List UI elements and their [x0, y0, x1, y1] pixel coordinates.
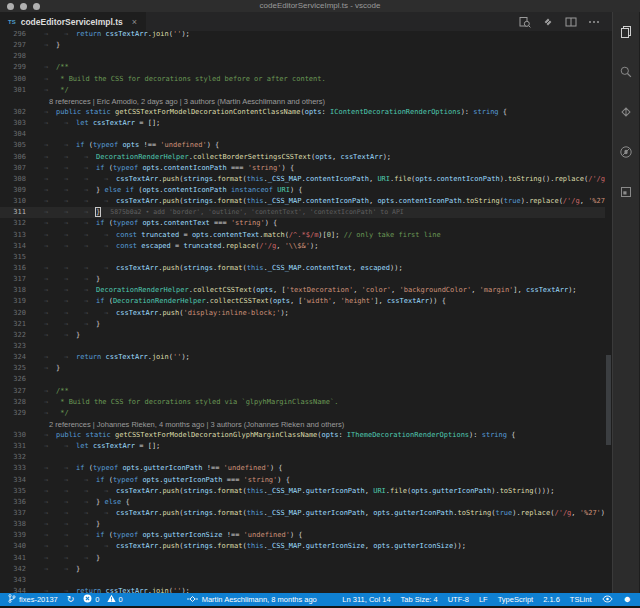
code-line[interactable]: 333→→if (typeof opts.gutterIconPath !== …: [0, 463, 605, 474]
code-line[interactable]: 302→public static getCSSTextForModelDeco…: [0, 107, 605, 118]
gitlens-blame-status[interactable]: Martin Aeschlimann, 8 months ago: [187, 595, 317, 605]
code-line[interactable]: 340→→→→cssTextArr.push(strings.format(th…: [0, 541, 605, 552]
code-line[interactable]: 310→→→→cssTextArr.push(strings.format(th…: [0, 196, 605, 207]
editor-scrollbar[interactable]: [605, 31, 612, 593]
code-line[interactable]: 321→→→}: [0, 319, 605, 330]
sidebar-item-search[interactable]: [613, 54, 639, 94]
code-line[interactable]: 314→→→→const escaped = truncated.replace…: [0, 241, 605, 252]
code-text: →→→→cssTextArr.push(strings.format(this.…: [28, 508, 605, 519]
close-window-button[interactable]: [7, 3, 14, 10]
code-line[interactable]: 335→→→→cssTextArr.push(strings.format(th…: [0, 486, 605, 497]
code-line[interactable]: 324→→return cssTextArr.join('');: [0, 352, 605, 363]
code-line[interactable]: 319→→→if (DecorationRenderHelper.collect…: [0, 296, 605, 307]
gitlens-compare-icon[interactable]: [542, 16, 554, 28]
sidebar-item-source-control[interactable]: [613, 94, 639, 134]
open-preview-icon[interactable]: [519, 16, 531, 28]
typescript-version-status[interactable]: 2.1.6: [543, 595, 560, 604]
tab-whitespace-icon: →: [76, 519, 96, 530]
code-line[interactable]: 339→→→if (typeof opts.gutterIconSize !==…: [0, 530, 605, 541]
problems-status[interactable]: 0 0: [83, 594, 122, 605]
code-line[interactable]: 332: [0, 452, 605, 463]
search-icon: [619, 65, 633, 83]
code-line[interactable]: 299→/**: [0, 62, 605, 73]
code-line[interactable]: 337→→→→cssTextArr.push(strings.format(th…: [0, 508, 605, 519]
code-line[interactable]: 320→→→→cssTextArr.push('display:inline-b…: [0, 308, 605, 319]
code-text: →→→→cssTextArr.push(strings.format(this.…: [28, 174, 605, 185]
source-control-icon: [619, 105, 633, 123]
tab-whitespace-icon: →: [36, 152, 56, 163]
code-line[interactable]: 297→}: [0, 40, 605, 51]
close-tab-icon[interactable]: ×: [132, 17, 137, 27]
sidebar-item-extensions[interactable]: [613, 174, 639, 214]
tab-codeEditorServiceImpl[interactable]: TS codeEditorServiceImpl.ts ×: [0, 12, 146, 31]
code-line[interactable]: 330→public static getCSSTextForModelDeco…: [0, 430, 605, 441]
code-line[interactable]: 334→→→if (typeof opts.gutterIconPath ===…: [0, 475, 605, 486]
code-text: [28, 575, 605, 586]
code-line[interactable]: 327→/**: [0, 386, 605, 397]
code-line[interactable]: 298: [0, 51, 605, 62]
code-line[interactable]: 325→}: [0, 363, 605, 374]
code-line[interactable]: 344→→return cssTextArr.join('');: [0, 586, 605, 593]
scrollbar-slider[interactable]: [606, 355, 611, 445]
code-line[interactable]: 309→→→} else if (opts.contentIconPath in…: [0, 185, 605, 196]
split-editor-icon[interactable]: [565, 16, 577, 28]
tab-whitespace-icon: →: [76, 508, 96, 519]
debug-icon: [619, 145, 633, 163]
code-line[interactable]: 338→→→}: [0, 519, 605, 530]
code-line[interactable]: 329→ */: [0, 408, 605, 419]
sync-button[interactable]: ↻: [67, 595, 75, 604]
more-actions-icon[interactable]: [588, 16, 600, 28]
code-line[interactable]: 304: [0, 129, 605, 140]
code-line[interactable]: 303→→let cssTextArr = [];: [0, 118, 605, 129]
code-line[interactable]: 307→→→if (typeof opts.contentIconPath ==…: [0, 163, 605, 174]
line-number: 340: [0, 541, 28, 552]
code-line[interactable]: 317→→→}: [0, 274, 605, 285]
git-branch-status[interactable]: fixes-20137: [8, 593, 58, 606]
code-line[interactable]: 342→→}: [0, 564, 605, 575]
tslint-status[interactable]: TSLint: [570, 595, 592, 604]
eol-status[interactable]: LF: [479, 595, 488, 604]
code-line[interactable]: 322→→}: [0, 330, 605, 341]
code-line[interactable]: 331→→let cssTextArr = [];: [0, 441, 605, 452]
tab-whitespace-icon: →: [36, 553, 56, 564]
code-line[interactable]: 315: [0, 252, 605, 263]
zoom-window-button[interactable]: [33, 3, 40, 10]
tab-size-status[interactable]: Tab Size: 4: [401, 595, 438, 604]
code-line[interactable]: 343: [0, 575, 605, 586]
tab-whitespace-icon: →: [36, 541, 56, 552]
eye-icon[interactable]: [602, 595, 613, 605]
code-line[interactable]: 316→→→→cssTextArr.push(strings.format(th…: [0, 263, 605, 274]
line-number: 329: [0, 408, 28, 419]
code-line[interactable]: 328→ * Build the CSS for decorations sty…: [0, 397, 605, 408]
tab-whitespace-icon: →: [36, 586, 56, 593]
feedback-smiley-icon[interactable]: ☻: [623, 595, 632, 604]
line-number: 334: [0, 475, 28, 486]
sidebar-item-debug[interactable]: [613, 134, 639, 174]
cursor-position-status[interactable]: Ln 311, Col 14: [342, 595, 390, 604]
code-text: →→if (typeof opts !== 'undefined') {: [28, 140, 605, 151]
tab-whitespace-icon: →: [76, 285, 96, 296]
code-line[interactable]: 308→→→→cssTextArr.push(strings.format(th…: [0, 174, 605, 185]
code-line[interactable]: 341→→→}: [0, 553, 605, 564]
code-line[interactable]: 318→→→DecorationRenderHelper.collectCSST…: [0, 285, 605, 296]
code-line[interactable]: 300→ * Build the CSS for decorations sty…: [0, 74, 605, 85]
language-status[interactable]: TypeScript: [498, 595, 533, 604]
code-line[interactable]: 313→→→→const truncated = opts.contentTex…: [0, 230, 605, 241]
sidebar-item-explorer[interactable]: [613, 14, 639, 54]
code-editor[interactable]: 296→→return cssTextArr.join('');297→}298…: [0, 31, 612, 593]
code-line[interactable]: 312→→→if (typeof opts.contentText === 's…: [0, 218, 605, 229]
code-line[interactable]: 306→→→DecorationRenderHelper.collectBord…: [0, 152, 605, 163]
encoding-status[interactable]: UTF-8: [448, 595, 469, 604]
tab-whitespace-icon: →: [36, 319, 56, 330]
code-line[interactable]: 301→ */: [0, 85, 605, 96]
minimize-window-button[interactable]: [20, 3, 27, 10]
code-line[interactable]: 311→→→}5875b0a2 • add 'border', 'outline…: [0, 207, 605, 218]
code-line[interactable]: 336→→→} else {: [0, 497, 605, 508]
code-line[interactable]: 305→→if (typeof opts !== 'undefined') {: [0, 140, 605, 151]
code-text: →}: [28, 363, 605, 374]
codelens-row[interactable]: 2 references | Johannes Rieken, 4 months…: [0, 419, 605, 430]
code-line[interactable]: 323: [0, 341, 605, 352]
codelens-row[interactable]: 8 references | Eric Amodio, 2 days ago |…: [0, 96, 605, 107]
code-line[interactable]: 296→→return cssTextArr.join('');: [0, 31, 605, 40]
code-line[interactable]: 326: [0, 374, 605, 385]
